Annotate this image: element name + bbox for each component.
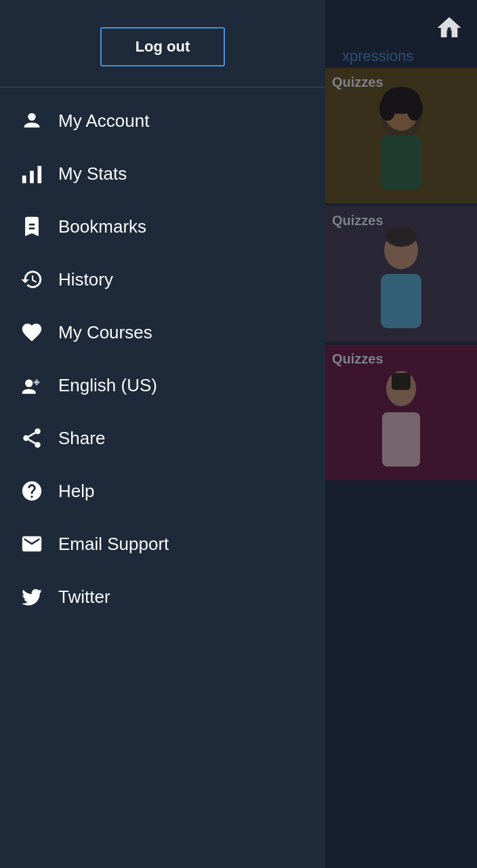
history-icon: [20, 268, 53, 291]
main-content: xpressions Quizzes Quizzes: [325, 0, 477, 868]
svg-line-9: [28, 433, 35, 437]
logout-button[interactable]: Log out: [100, 27, 226, 66]
home-icon: [435, 14, 463, 42]
sidebar-item-share[interactable]: Share: [0, 412, 325, 465]
sidebar: Log out My Account My Stats Bookmarks: [0, 0, 325, 868]
svg-rect-3: [38, 166, 42, 183]
sidebar-item-bookmarks-label: Bookmarks: [58, 216, 146, 237]
svg-point-5: [35, 429, 41, 435]
svg-point-10: [447, 27, 451, 31]
right-dim-overlay: [325, 0, 477, 868]
sidebar-item-share-label: Share: [58, 428, 105, 449]
email-icon: [20, 532, 53, 555]
svg-point-6: [23, 435, 29, 441]
sidebar-item-history[interactable]: History: [0, 253, 325, 306]
sidebar-item-my-courses-label: My Courses: [58, 322, 152, 343]
account-icon: [20, 109, 53, 132]
sidebar-item-english-us-label: English (US): [58, 375, 157, 396]
sidebar-header: Log out: [0, 0, 325, 87]
twitter-icon: [20, 585, 53, 608]
sidebar-item-bookmarks[interactable]: Bookmarks: [0, 200, 325, 253]
heart-icon: [20, 321, 53, 344]
sidebar-item-my-stats[interactable]: My Stats: [0, 147, 325, 200]
sidebar-item-help[interactable]: Help: [0, 465, 325, 517]
nav-list: My Account My Stats Bookmarks History: [0, 87, 325, 868]
sidebar-item-my-account-label: My Account: [58, 111, 149, 132]
svg-line-8: [28, 439, 35, 443]
language-icon: [20, 374, 53, 397]
svg-point-7: [35, 442, 41, 448]
sidebar-item-my-account[interactable]: My Account: [0, 94, 325, 147]
svg-point-4: [25, 380, 33, 387]
sidebar-item-help-label: Help: [58, 481, 94, 502]
sidebar-item-my-courses[interactable]: My Courses: [0, 306, 325, 359]
sidebar-item-my-stats-label: My Stats: [58, 163, 127, 184]
svg-rect-1: [22, 176, 26, 183]
svg-point-0: [28, 113, 35, 121]
svg-rect-2: [30, 171, 34, 183]
stats-icon: [20, 162, 53, 185]
sidebar-item-history-label: History: [58, 269, 113, 290]
share-icon: [20, 427, 53, 450]
help-icon: [20, 479, 53, 502]
sidebar-item-twitter[interactable]: Twitter: [0, 570, 325, 623]
sidebar-item-email-support[interactable]: Email Support: [0, 517, 325, 570]
bookmarks-icon: [20, 215, 53, 238]
home-icon-container[interactable]: [435, 14, 463, 45]
sidebar-item-email-support-label: Email Support: [58, 534, 169, 555]
sidebar-item-twitter-label: Twitter: [58, 587, 110, 608]
sidebar-item-english-us[interactable]: English (US): [0, 359, 325, 412]
